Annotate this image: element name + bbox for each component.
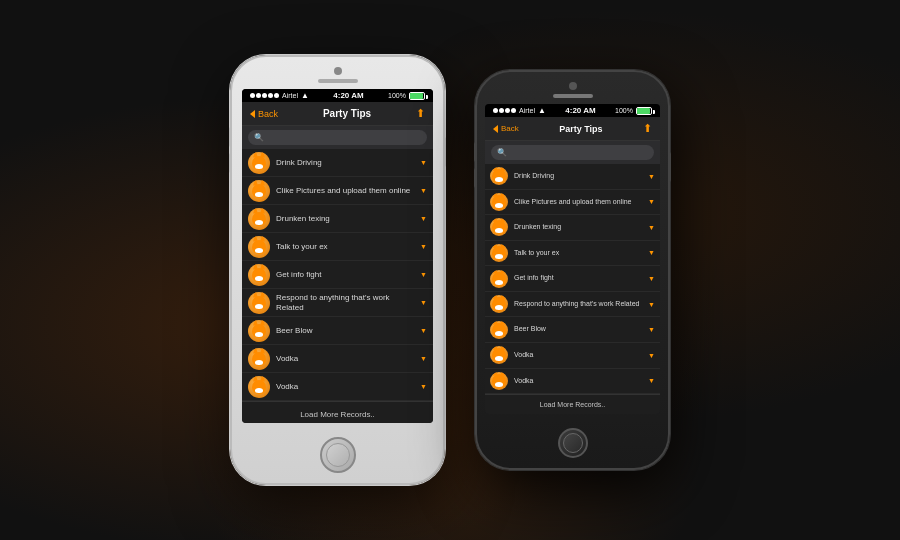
list-item[interactable]: Vodka ▼ xyxy=(485,343,660,369)
item-text: Beer Blow xyxy=(276,326,414,336)
list-item[interactable]: Drunken texing ▼ xyxy=(242,205,433,233)
chevron-icon: ▼ xyxy=(648,249,655,256)
search-input[interactable]: 🔍 xyxy=(491,145,654,160)
search-bar: 🔍 xyxy=(242,126,433,149)
chevron-icon: ▼ xyxy=(420,159,427,166)
chevron-icon: ▼ xyxy=(420,383,427,390)
list-item[interactable]: Drink Driving ▼ xyxy=(485,164,660,190)
signal-dot xyxy=(493,108,498,113)
chevron-icon: ▼ xyxy=(648,377,655,384)
list-item[interactable]: Talk to your ex ▼ xyxy=(242,233,433,261)
carrier-label: Airtel xyxy=(519,107,535,114)
item-text: Talk to your ex xyxy=(276,242,414,252)
battery-fill xyxy=(637,108,650,114)
wifi-icon: ▲ xyxy=(538,106,546,115)
signal-dot xyxy=(505,108,510,113)
chevron-icon: ▼ xyxy=(420,299,427,306)
battery-percent: 100% xyxy=(388,92,406,99)
search-input[interactable]: 🔍 xyxy=(248,130,427,145)
item-icon xyxy=(248,236,270,258)
nav-title: Party Tips xyxy=(559,124,602,134)
chevron-icon: ▼ xyxy=(420,215,427,222)
list-item[interactable]: Vodka ▼ xyxy=(242,345,433,373)
chevron-icon: ▼ xyxy=(648,301,655,308)
nav-bar: Back Party Tips ⬆ xyxy=(242,102,433,126)
signal-dot xyxy=(511,108,516,113)
item-icon xyxy=(490,270,508,288)
item-icon xyxy=(248,152,270,174)
item-text: Vodka xyxy=(514,377,642,385)
back-button[interactable]: Back xyxy=(493,124,519,133)
status-right: 100% xyxy=(388,92,425,100)
back-button[interactable]: Back xyxy=(250,109,278,119)
item-text: Vodka xyxy=(514,351,642,359)
volume-down-button xyxy=(474,168,477,188)
signal-dot xyxy=(268,93,273,98)
share-icon[interactable]: ⬆ xyxy=(416,107,425,120)
load-more-button[interactable]: Load More Records.. xyxy=(485,394,660,414)
list-item[interactable]: Beer Blow ▼ xyxy=(242,317,433,345)
power-button xyxy=(668,152,671,182)
item-text: Drink Driving xyxy=(276,158,414,168)
item-icon xyxy=(490,218,508,236)
search-icon: 🔍 xyxy=(497,148,507,157)
item-text: Drink Driving xyxy=(514,172,642,180)
signal-dot xyxy=(250,93,255,98)
list-item[interactable]: Talk to your ex ▼ xyxy=(485,241,660,267)
signal-dots xyxy=(493,108,516,113)
list-item[interactable]: Clike Pictures and upload them online ▼ xyxy=(242,177,433,205)
load-more-button[interactable]: Load More Records.. xyxy=(242,401,433,423)
speaker xyxy=(553,94,593,98)
chevron-icon: ▼ xyxy=(648,275,655,282)
battery-fill xyxy=(410,93,423,99)
share-icon[interactable]: ⬆ xyxy=(643,122,652,135)
item-icon xyxy=(490,372,508,390)
chevron-icon: ▼ xyxy=(648,173,655,180)
item-text: Vodka xyxy=(276,354,414,364)
item-icon xyxy=(490,244,508,262)
item-text: Clike Pictures and upload them online xyxy=(514,198,642,206)
list-item[interactable]: Vodka ▼ xyxy=(485,369,660,395)
item-icon xyxy=(248,208,270,230)
back-chevron-icon xyxy=(250,110,255,118)
home-button[interactable] xyxy=(320,437,356,473)
list-item[interactable]: Drunken texing ▼ xyxy=(485,215,660,241)
chevron-icon: ▼ xyxy=(420,271,427,278)
item-icon xyxy=(248,180,270,202)
power-button xyxy=(443,137,446,167)
signal-dot xyxy=(499,108,504,113)
item-text: Talk to your ex xyxy=(514,249,642,257)
item-icon xyxy=(490,295,508,313)
chevron-icon: ▼ xyxy=(648,352,655,359)
item-text: Beer Blow xyxy=(514,325,642,333)
chevron-icon: ▼ xyxy=(420,355,427,362)
list-item[interactable]: Beer Blow ▼ xyxy=(485,317,660,343)
list-item[interactable]: Respond to anything that's work Related … xyxy=(485,292,660,318)
status-time: 4:20 AM xyxy=(565,106,595,115)
phones-container: Airtel ▲ 4:20 AM 100% Back Party Tips xyxy=(230,55,670,485)
camera xyxy=(334,67,342,75)
battery-percent: 100% xyxy=(615,107,633,114)
item-icon xyxy=(490,193,508,211)
list-item[interactable]: Vodka ▼ xyxy=(242,373,433,401)
list-item[interactable]: Clike Pictures and upload them online ▼ xyxy=(485,190,660,216)
list-item[interactable]: Respond to anything that's work Related … xyxy=(242,289,433,317)
wifi-icon: ▲ xyxy=(301,91,309,100)
volume-down-button xyxy=(229,153,232,173)
list-item[interactable]: Drink Driving ▼ xyxy=(242,149,433,177)
list-container: Drink Driving ▼ Clike Pictures and uploa… xyxy=(242,149,433,423)
list-item[interactable]: Get info fight ▼ xyxy=(485,266,660,292)
home-button[interactable] xyxy=(558,428,588,458)
signal-dot xyxy=(274,93,279,98)
item-text: Respond to anything that's work Related xyxy=(514,300,642,308)
carrier-label: Airtel xyxy=(282,92,298,99)
item-text: Get info fight xyxy=(514,274,642,282)
item-icon xyxy=(490,321,508,339)
chevron-icon: ▼ xyxy=(648,326,655,333)
item-icon xyxy=(248,348,270,370)
search-icon: 🔍 xyxy=(254,133,264,142)
item-icon xyxy=(248,264,270,286)
list-item[interactable]: Get info fight ▼ xyxy=(242,261,433,289)
white-phone-screen: Airtel ▲ 4:20 AM 100% Back Party Tips xyxy=(242,89,433,423)
status-left: Airtel ▲ xyxy=(493,106,546,115)
